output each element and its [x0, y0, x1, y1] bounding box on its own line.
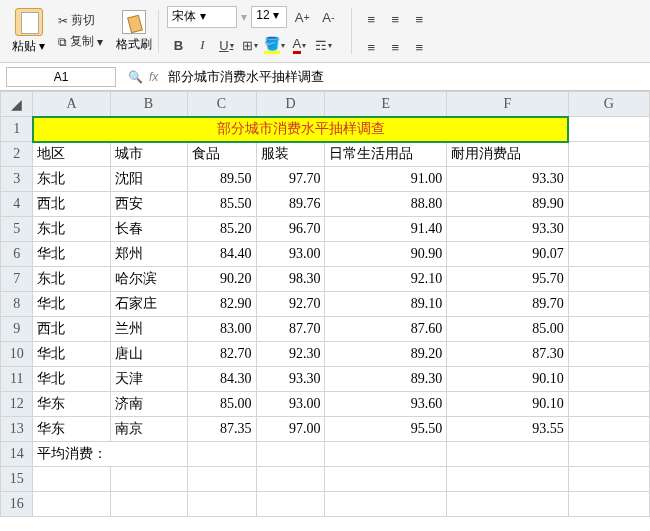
row-header[interactable]: 12	[1, 392, 33, 417]
phonetic-button[interactable]: ☶▾	[312, 34, 334, 56]
cell[interactable]: 91.40	[325, 217, 447, 242]
increase-font-button[interactable]: A+	[291, 6, 313, 28]
cell[interactable]: 沈阳	[110, 167, 187, 192]
cell[interactable]: 哈尔滨	[110, 267, 187, 292]
cut-button[interactable]: ✂ 剪切	[55, 11, 106, 30]
row-header[interactable]: 11	[1, 367, 33, 392]
font-size-select[interactable]: 12 ▾	[251, 6, 287, 28]
cell[interactable]: 93.60	[325, 392, 447, 417]
fill-color-button[interactable]: 🪣▾	[263, 34, 286, 56]
row-header[interactable]: 7	[1, 267, 33, 292]
title-cell[interactable]: 部分城市消费水平抽样调查	[33, 117, 568, 142]
cell[interactable]: 85.20	[187, 217, 256, 242]
cell[interactable]: 88.80	[325, 192, 447, 217]
cell[interactable]: 89.10	[325, 292, 447, 317]
decrease-font-button[interactable]: A-	[317, 6, 339, 28]
search-icon[interactable]: 🔍	[128, 70, 143, 84]
col-header[interactable]: B	[110, 92, 187, 117]
cell[interactable]: 华北	[33, 342, 110, 367]
col-header[interactable]: C	[187, 92, 256, 117]
row-header[interactable]: 4	[1, 192, 33, 217]
col-header[interactable]: F	[447, 92, 569, 117]
cell[interactable]: 82.70	[187, 342, 256, 367]
font-color-button[interactable]: A▾	[288, 34, 310, 56]
cell[interactable]: 90.20	[187, 267, 256, 292]
cell[interactable]: 城市	[110, 142, 187, 167]
borders-button[interactable]: ⊞▾	[239, 34, 261, 56]
cell[interactable]: 87.30	[447, 342, 569, 367]
cell[interactable]: 地区	[33, 142, 110, 167]
cell[interactable]: 91.00	[325, 167, 447, 192]
align-middle-button[interactable]: ≡	[384, 8, 406, 30]
cell[interactable]: 郑州	[110, 242, 187, 267]
cell[interactable]: 耐用消费品	[447, 142, 569, 167]
col-header[interactable]: A	[33, 92, 110, 117]
cell[interactable]: 89.90	[447, 192, 569, 217]
formula-input[interactable]	[164, 67, 650, 87]
align-top-button[interactable]: ≡	[360, 8, 382, 30]
cell[interactable]: 93.00	[256, 392, 325, 417]
cell[interactable]: 西北	[33, 192, 110, 217]
fx-icon[interactable]: fx	[149, 70, 158, 84]
cell[interactable]: 唐山	[110, 342, 187, 367]
cell[interactable]: 90.10	[447, 392, 569, 417]
cell[interactable]: 89.20	[325, 342, 447, 367]
select-all-corner[interactable]: ◢	[1, 92, 33, 117]
cell[interactable]: 服装	[256, 142, 325, 167]
bold-button[interactable]: B	[167, 34, 189, 56]
cell[interactable]: 90.90	[325, 242, 447, 267]
col-header[interactable]: D	[256, 92, 325, 117]
cell[interactable]: 93.30	[447, 217, 569, 242]
cell[interactable]: 93.55	[447, 417, 569, 442]
cell[interactable]: 华东	[33, 392, 110, 417]
cell[interactable]: 西北	[33, 317, 110, 342]
row-header[interactable]: 10	[1, 342, 33, 367]
format-painter-icon[interactable]	[122, 10, 146, 34]
cell[interactable]: 87.60	[325, 317, 447, 342]
cell[interactable]: 92.70	[256, 292, 325, 317]
name-box[interactable]: A1	[6, 67, 116, 87]
row-header[interactable]: 5	[1, 217, 33, 242]
cell[interactable]: 92.30	[256, 342, 325, 367]
cell[interactable]: 97.70	[256, 167, 325, 192]
italic-button[interactable]: I	[191, 34, 213, 56]
cell[interactable]: 89.50	[187, 167, 256, 192]
col-header[interactable]: E	[325, 92, 447, 117]
row-header[interactable]: 9	[1, 317, 33, 342]
cell[interactable]: 华北	[33, 292, 110, 317]
cell[interactable]: 95.50	[325, 417, 447, 442]
align-center-button[interactable]: ≡	[384, 36, 406, 58]
cell[interactable]: 85.00	[447, 317, 569, 342]
cell[interactable]: 平均消费：	[33, 442, 187, 467]
cell[interactable]: 南京	[110, 417, 187, 442]
cell[interactable]: 长春	[110, 217, 187, 242]
cell[interactable]: 89.30	[325, 367, 447, 392]
cell[interactable]: 96.70	[256, 217, 325, 242]
cell[interactable]: 93.30	[256, 367, 325, 392]
cell[interactable]: 82.90	[187, 292, 256, 317]
row-header[interactable]: 6	[1, 242, 33, 267]
row-header[interactable]: 1	[1, 117, 33, 142]
cell[interactable]: 92.10	[325, 267, 447, 292]
cell[interactable]: 93.00	[256, 242, 325, 267]
cell[interactable]: 89.70	[447, 292, 569, 317]
cell[interactable]: 84.30	[187, 367, 256, 392]
cell[interactable]: 85.50	[187, 192, 256, 217]
cell[interactable]: 90.10	[447, 367, 569, 392]
cell[interactable]: 济南	[110, 392, 187, 417]
cell[interactable]: 石家庄	[110, 292, 187, 317]
cell[interactable]: 华东	[33, 417, 110, 442]
spreadsheet-grid[interactable]: ◢ A B C D E F G 1 部分城市消费水平抽样调查 2 地区 城市 食…	[0, 91, 650, 517]
row-header[interactable]: 16	[1, 492, 33, 517]
cell[interactable]: 天津	[110, 367, 187, 392]
row-header[interactable]: 14	[1, 442, 33, 467]
cell[interactable]: 85.00	[187, 392, 256, 417]
cell[interactable]: 东北	[33, 167, 110, 192]
align-right-button[interactable]: ≡	[408, 36, 430, 58]
cell[interactable]: 西安	[110, 192, 187, 217]
cell[interactable]: 97.00	[256, 417, 325, 442]
cell[interactable]: 93.30	[447, 167, 569, 192]
cell[interactable]: 兰州	[110, 317, 187, 342]
cell[interactable]: 东北	[33, 217, 110, 242]
row-header[interactable]: 3	[1, 167, 33, 192]
